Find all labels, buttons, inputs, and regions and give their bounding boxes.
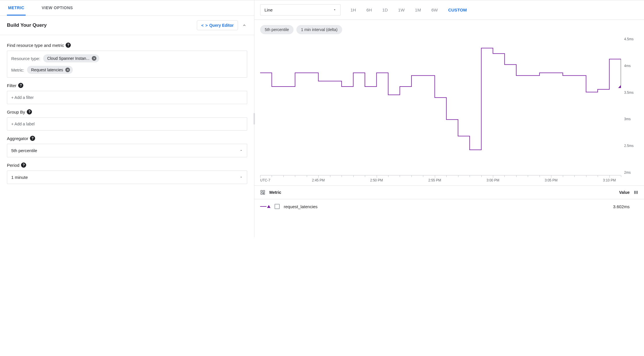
build-query-section: Build Your Query < > Query Editor [0,16,254,35]
svg-rect-10 [637,191,638,194]
columns-icon[interactable] [634,190,638,195]
legend-row[interactable]: request_latencies 3.602ms [254,199,644,214]
period-block: Period ? 1 minute [7,162,247,184]
aggregator-select[interactable]: 5th percentile [7,144,247,157]
legend: Metric Value request_latencies 3.602ms [254,185,644,214]
x-tick [458,175,458,177]
metric-chip[interactable]: Request latencies ✕ [27,66,73,74]
x-tick [342,175,342,177]
period-select[interactable]: 1 minute [7,171,247,184]
x-tick [377,175,377,178]
chevron-down-icon [333,7,336,12]
range-btn-6w[interactable]: 6W [426,5,443,15]
x-axis-ticks: 2:45 PM2:50 PM2:55 PM3:00 PM3:05 PM3:10 … [260,175,621,184]
chevron-down-icon [239,148,243,153]
range-btn-1h[interactable]: 1H [345,5,361,15]
query-editor-button[interactable]: < > Query Editor [197,20,238,30]
find-metric-block: Find resource type and metric ? Resource… [7,43,247,78]
chart-wrapper: 4.5ms4ms3.5ms3ms2.5ms2ms UTC-7 2:45 PM2:… [256,37,638,184]
svg-marker-3 [618,85,621,88]
x-tick [493,175,493,178]
svg-marker-2 [334,9,336,10]
aggregator-block: Aggregator ? 5th percentile [7,136,247,157]
y-tick-label: 3.5ms [624,91,638,95]
x-tick-label: 3:10 PM [603,178,616,182]
chevron-down-icon [239,175,243,180]
x-tick [470,175,470,177]
svg-rect-6 [261,193,262,194]
x-tick [516,175,517,177]
x-tick [330,175,330,177]
time-range-buttons: 1H6H1D1W1M6WCUSTOM [345,5,472,15]
chart-plot[interactable] [260,37,621,175]
grid-select-icon[interactable] [260,190,265,195]
resource-type-row: Resource type: Cloud Spanner Instan... ✕ [11,54,243,62]
x-tick [423,175,423,177]
range-btn-1m[interactable]: 1M [410,5,426,15]
filter-label: Filter ? [7,83,247,88]
collapse-icon[interactable] [241,22,247,28]
help-icon[interactable]: ? [21,162,26,168]
svg-marker-0 [241,150,242,151]
y-tick-label: 2.5ms [624,144,638,148]
resource-type-chip[interactable]: Cloud Spanner Instan... ✕ [43,54,99,62]
help-icon[interactable]: ? [27,109,32,114]
help-icon[interactable]: ? [18,83,23,88]
x-tick [307,175,307,177]
x-tick [621,175,621,177]
help-icon[interactable]: ? [66,43,71,48]
tab-metric[interactable]: METRIC [7,0,26,16]
resource-metric-box: Resource type: Cloud Spanner Instan... ✕… [7,51,247,78]
legend-metric-header: Metric [269,190,281,195]
filter-input[interactable]: + Add a filter [7,91,247,104]
x-tick [388,175,388,177]
x-tick-label: 3:05 PM [545,178,558,182]
x-tick [411,175,412,177]
metric-key: Metric: [11,68,24,72]
close-icon[interactable]: ✕ [92,56,96,61]
series-value: 3.602ms [613,204,630,209]
range-btn-custom[interactable]: CUSTOM [443,5,472,15]
range-btn-1w[interactable]: 1W [393,5,410,15]
x-tick [318,175,319,178]
right-panel: Line 1H6H1D1W1M6WCUSTOM 5th percentile 1… [254,0,644,237]
chart-toolbar: Line 1H6H1D1W1M6WCUSTOM [254,0,644,20]
chart-svg [260,37,621,175]
svg-rect-9 [636,191,637,194]
x-tick [540,175,540,177]
x-tick [400,175,400,177]
y-tick-label: 2ms [624,171,638,175]
x-tick [365,175,365,177]
build-query-title: Build Your Query [7,22,193,28]
range-btn-1d[interactable]: 1D [377,5,393,15]
range-btn-6h[interactable]: 6H [361,5,377,15]
x-tick [586,175,586,177]
svg-marker-1 [241,177,242,178]
close-icon[interactable]: ✕ [65,68,70,72]
x-tick-label: 3:00 PM [487,178,500,182]
x-tick [504,175,505,177]
y-tick-label: 4ms [624,64,638,68]
x-tick [563,175,563,177]
chart-type-select[interactable]: Line [260,4,341,16]
help-icon[interactable]: ? [30,136,35,141]
series-checkbox[interactable] [275,204,280,209]
tab-view-options[interactable]: VIEW OPTIONS [41,0,74,16]
pill-percentile: 5th percentile [260,25,294,34]
filter-block: Filter ? + Add a filter [7,83,247,104]
build-query-header: Build Your Query < > Query Editor [0,16,254,35]
groupby-input[interactable]: + Add a label [7,117,247,131]
series-name: request_latencies [284,204,318,209]
pill-interval: 1 min interval (delta) [296,25,342,34]
groupby-block: Group By ? + Add a label [7,109,247,131]
x-tick [551,175,551,178]
y-tick-label: 3ms [624,117,638,121]
x-tick [260,175,260,178]
y-axis-labels: 4.5ms4ms3.5ms3ms2.5ms2ms [622,37,638,175]
x-tick [353,175,354,177]
chart-pills: 5th percentile 1 min interval (delta) [260,25,638,34]
groupby-label: Group By ? [7,109,247,114]
x-tick-label: 2:50 PM [370,178,383,182]
y-tick-label: 4.5ms [624,37,638,41]
resize-handle[interactable] [254,113,255,125]
